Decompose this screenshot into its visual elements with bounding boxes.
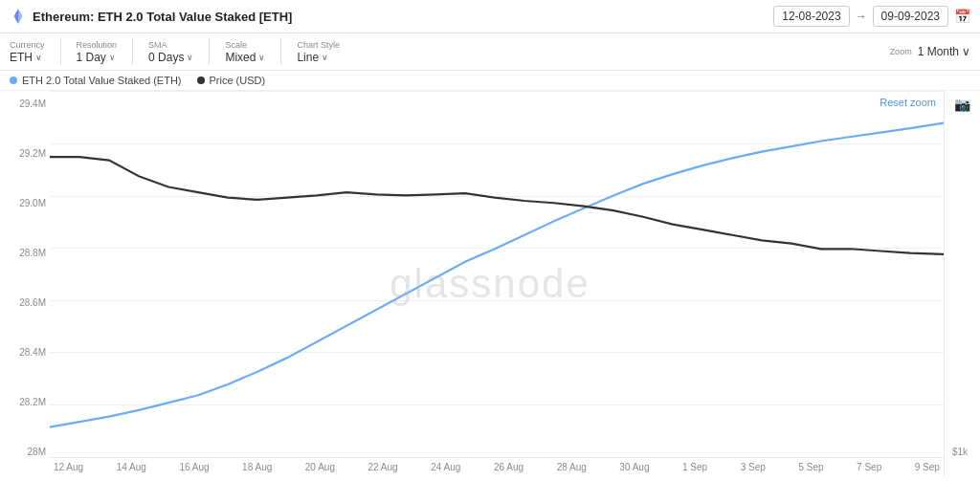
legend-dot-1 (10, 77, 17, 84)
chart-svg (50, 91, 944, 457)
y-label-0: 29.4M (4, 98, 46, 109)
x-axis: 12 Aug 14 Aug 16 Aug 18 Aug 20 Aug 22 Au… (50, 457, 944, 476)
currency-group: Currency ETH ∨ (10, 40, 45, 64)
sma-group: SMA 0 Days ∨ (148, 40, 193, 64)
y-axis-left: 29.4M 29.2M 29.0M 28.8M 28.6M 28.4M 28.2… (0, 91, 50, 476)
resolution-chevron: ∨ (109, 53, 116, 62)
separator-4 (280, 38, 281, 65)
separator-1 (60, 38, 61, 65)
chart-style-value: Line (297, 51, 319, 64)
x-label-14: 9 Sep (915, 462, 940, 472)
chart-style-select[interactable]: Line ∨ (297, 51, 340, 64)
eth-staked-line (50, 122, 944, 426)
y-label-4: 28.6M (4, 297, 46, 308)
legend-dot-2 (197, 77, 205, 84)
chart-style-label: Chart Style (297, 40, 340, 50)
x-label-4: 20 Aug (305, 462, 335, 472)
date-arrow: → (856, 10, 867, 23)
page-title: Ethereum: ETH 2.0 Total Value Staked [ET… (33, 10, 773, 24)
camera-icon[interactable]: 📷 (954, 97, 970, 112)
scale-chevron: ∨ (258, 53, 265, 62)
ethereum-icon (10, 8, 27, 25)
sma-value: 0 Days (148, 51, 184, 64)
scale-label: Scale (225, 40, 265, 50)
scale-value: Mixed (225, 51, 256, 64)
x-label-3: 18 Aug (242, 462, 272, 472)
resolution-select[interactable]: 1 Day ∨ (77, 51, 118, 64)
scale-group: Scale Mixed ∨ (225, 40, 265, 64)
chart-area: 29.4M 29.2M 29.0M 28.8M 28.6M 28.4M 28.2… (0, 91, 980, 476)
x-label-13: 7 Sep (857, 462, 881, 472)
separator-2 (132, 38, 133, 65)
date-to[interactable]: 09-09-2023 (873, 6, 948, 27)
toolbar: Currency ETH ∨ Resolution 1 Day ∨ SMA 0 … (0, 33, 980, 71)
scale-select[interactable]: Mixed ∨ (225, 51, 265, 64)
legend-label-1: ETH 2.0 Total Value Staked (ETH) (22, 75, 182, 86)
x-label-0: 12 Aug (54, 462, 83, 472)
resolution-label: Resolution (77, 40, 118, 50)
y-axis-right: $1k (944, 91, 980, 476)
resolution-value: 1 Day (77, 51, 106, 64)
x-label-5: 22 Aug (368, 462, 398, 472)
legend-item-2: Price (USD) (197, 75, 266, 86)
x-label-7: 26 Aug (494, 462, 523, 472)
sma-select[interactable]: 0 Days ∨ (148, 51, 193, 64)
chart-style-group: Chart Style Line ∨ (297, 40, 340, 64)
currency-label: Currency (10, 40, 45, 50)
x-label-12: 5 Sep (798, 462, 823, 472)
chart-style-chevron: ∨ (322, 53, 328, 62)
x-label-6: 24 Aug (431, 462, 460, 472)
y-label-1: 29.2M (4, 148, 46, 159)
zoom-group: Zoom 1 Month ∨ (890, 45, 970, 58)
reset-zoom-button[interactable]: Reset zoom (880, 97, 936, 108)
sma-chevron: ∨ (187, 53, 193, 62)
sma-label: SMA (148, 40, 193, 50)
zoom-chevron: ∨ (962, 45, 970, 58)
legend-item-1: ETH 2.0 Total Value Staked (ETH) (10, 75, 182, 86)
currency-select[interactable]: ETH ∨ (10, 51, 45, 64)
chart-container: 29.4M 29.2M 29.0M 28.8M 28.6M 28.4M 28.2… (0, 91, 980, 476)
resolution-group: Resolution 1 Day ∨ (77, 40, 118, 64)
zoom-value: 1 Month (918, 45, 959, 58)
zoom-select[interactable]: 1 Month ∨ (918, 45, 970, 58)
legend-label-2: Price (USD) (210, 75, 266, 86)
y-label-right-7: $1k (952, 447, 976, 457)
currency-chevron: ∨ (35, 53, 42, 62)
x-label-9: 30 Aug (619, 462, 649, 472)
y-label-5: 28.4M (4, 347, 46, 358)
x-label-11: 3 Sep (741, 462, 766, 472)
date-from[interactable]: 12-08-2023 (773, 6, 849, 27)
currency-value: ETH (10, 51, 33, 64)
y-label-6: 28.2M (4, 397, 46, 407)
legend-bar: ETH 2.0 Total Value Staked (ETH) Price (… (0, 71, 980, 91)
x-label-10: 1 Sep (682, 462, 707, 472)
x-label-1: 14 Aug (117, 462, 146, 472)
calendar-icon[interactable]: 📅 (954, 9, 970, 24)
page-header: Ethereum: ETH 2.0 Total Value Staked [ET… (0, 0, 980, 33)
y-label-7: 28M (4, 447, 46, 457)
separator-3 (209, 38, 210, 65)
zoom-label: Zoom (890, 47, 912, 56)
y-label-3: 28.8M (4, 248, 46, 258)
x-label-2: 16 Aug (179, 462, 209, 472)
date-range: 12-08-2023 → 09-09-2023 📅 (773, 6, 970, 27)
price-line (50, 157, 944, 254)
y-label-2: 29.0M (4, 198, 46, 208)
x-label-8: 28 Aug (557, 462, 587, 472)
